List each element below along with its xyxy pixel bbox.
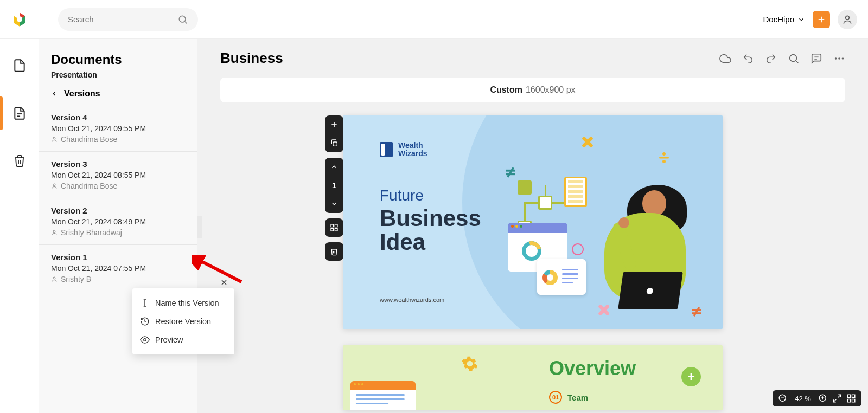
- grid-view-button[interactable]: [325, 218, 343, 237]
- book-icon: [380, 142, 393, 157]
- slide-url: www.wealthwizards.com: [380, 296, 444, 303]
- workspace-dropdown[interactable]: DocHipo: [763, 15, 805, 24]
- svg-rect-47: [847, 399, 850, 402]
- person-illustration: [592, 180, 701, 321]
- document-title[interactable]: Business: [220, 50, 283, 67]
- svg-point-5: [846, 16, 850, 20]
- svg-point-21: [842, 57, 844, 60]
- version-item[interactable]: Version 1 Mon Oct 21, 2024 07:55 PM Sris…: [39, 244, 197, 291]
- create-button[interactable]: [813, 11, 830, 28]
- grid-icon: [846, 393, 856, 403]
- dims-label: Custom: [490, 85, 522, 94]
- version-date: Mon Oct 21, 2024 07:55 PM: [51, 264, 185, 273]
- comments-button[interactable]: [810, 53, 822, 64]
- slide-2[interactable]: Overview 01 Team +: [343, 345, 723, 410]
- panel-collapse-handle[interactable]: [197, 216, 202, 238]
- slide-1[interactable]: WealthWizards Future BusinessIdea www.we…: [343, 115, 723, 329]
- fullscreen-button[interactable]: [832, 393, 842, 403]
- user-icon: [51, 276, 58, 282]
- sync-button[interactable]: [719, 53, 731, 64]
- svg-rect-30: [659, 157, 669, 159]
- version-name: Version 1: [51, 253, 185, 262]
- svg-point-31: [662, 160, 666, 163]
- context-restore-version[interactable]: Restore Version: [132, 312, 234, 331]
- search-canvas-button[interactable]: [788, 53, 800, 64]
- duplicate-page-button[interactable]: [325, 134, 343, 152]
- app-logo[interactable]: [11, 11, 28, 28]
- zoom-in-icon: [818, 393, 828, 403]
- svg-rect-45: [847, 395, 850, 397]
- page-down-button[interactable]: [325, 195, 343, 213]
- versions-label: Versions: [64, 89, 100, 99]
- svg-point-29: [662, 152, 666, 156]
- mini-window-graphic: [350, 381, 416, 410]
- redo-button[interactable]: [765, 53, 777, 64]
- version-item[interactable]: Version 3 Mon Oct 21, 2024 08:55 PM Chan…: [39, 151, 197, 198]
- context-preview[interactable]: Preview: [132, 331, 234, 349]
- chevron-left-icon: [51, 91, 58, 97]
- user-icon: [51, 229, 58, 236]
- version-item[interactable]: Version 4 Mon Oct 21, 2024 09:55 PM Chan…: [39, 105, 197, 151]
- comment-icon: [810, 53, 822, 64]
- search-input[interactable]: [68, 15, 177, 24]
- add-page-button[interactable]: [325, 115, 343, 134]
- gear-icon: [461, 355, 478, 372]
- svg-line-44: [833, 399, 836, 402]
- nav-trash[interactable]: [0, 147, 39, 175]
- document-icon: [12, 59, 27, 73]
- plus-icon: [816, 15, 826, 24]
- version-user: Chandrima Bose: [51, 182, 185, 190]
- context-name-version[interactable]: Name this Version: [132, 294, 234, 312]
- versions-back[interactable]: Versions: [39, 89, 197, 105]
- user-icon: [51, 183, 58, 189]
- nav-pages[interactable]: [0, 100, 39, 127]
- user-icon: [51, 136, 58, 143]
- panel-title: Documents: [39, 52, 197, 67]
- zoom-out-icon: [778, 393, 788, 403]
- version-user: Chandrima Bose: [51, 135, 185, 144]
- version-item[interactable]: Version 2 Mon Oct 21, 2024 08:49 PM Sris…: [39, 198, 197, 244]
- dims-value: 1600x900 px: [526, 85, 576, 94]
- svg-rect-48: [852, 399, 855, 402]
- account-button[interactable]: [838, 10, 857, 29]
- copy-icon: [330, 139, 339, 147]
- svg-point-11: [53, 277, 55, 279]
- add-circle-icon: +: [681, 367, 701, 386]
- workspace-name: DocHipo: [763, 15, 794, 24]
- svg-point-0: [17, 17, 22, 22]
- calendar-icon: [564, 177, 587, 207]
- search-icon: [177, 14, 188, 25]
- search-field[interactable]: [58, 8, 198, 31]
- canvas-dimensions-bar[interactable]: Custom1600x900 px: [220, 78, 845, 102]
- cloud-icon: [719, 53, 731, 64]
- svg-rect-46: [852, 395, 855, 397]
- overview-item-1: 01 Team: [549, 391, 588, 404]
- svg-rect-25: [331, 224, 334, 227]
- zoom-toolbar: 42 %: [773, 390, 861, 406]
- page-up-button[interactable]: [325, 158, 343, 176]
- redo-icon: [765, 53, 777, 64]
- text-cursor-icon: [140, 298, 150, 308]
- user-icon: [842, 14, 853, 25]
- not-equal-icon: [503, 165, 518, 179]
- undo-button[interactable]: [742, 53, 754, 64]
- slide-brand: WealthWizards: [380, 141, 427, 158]
- svg-point-20: [838, 57, 840, 60]
- delete-page-button[interactable]: [325, 242, 343, 261]
- more-button[interactable]: [833, 53, 845, 64]
- version-name: Version 3: [51, 159, 185, 169]
- nav-documents[interactable]: [0, 52, 39, 79]
- annotation-arrow: [192, 255, 246, 287]
- panel-subtitle: Presentation: [39, 67, 197, 89]
- divide-icon: [658, 151, 671, 164]
- svg-point-8: [53, 137, 55, 139]
- item-number: 01: [549, 391, 562, 404]
- svg-point-9: [53, 184, 55, 186]
- grid-toggle-button[interactable]: [846, 393, 856, 403]
- svg-line-2: [185, 21, 187, 23]
- eye-icon: [140, 335, 150, 345]
- pie-chart-card: [537, 259, 586, 295]
- zoom-out-button[interactable]: [778, 393, 788, 403]
- zoom-in-button[interactable]: [818, 393, 828, 403]
- zoom-value[interactable]: 42 %: [792, 395, 814, 403]
